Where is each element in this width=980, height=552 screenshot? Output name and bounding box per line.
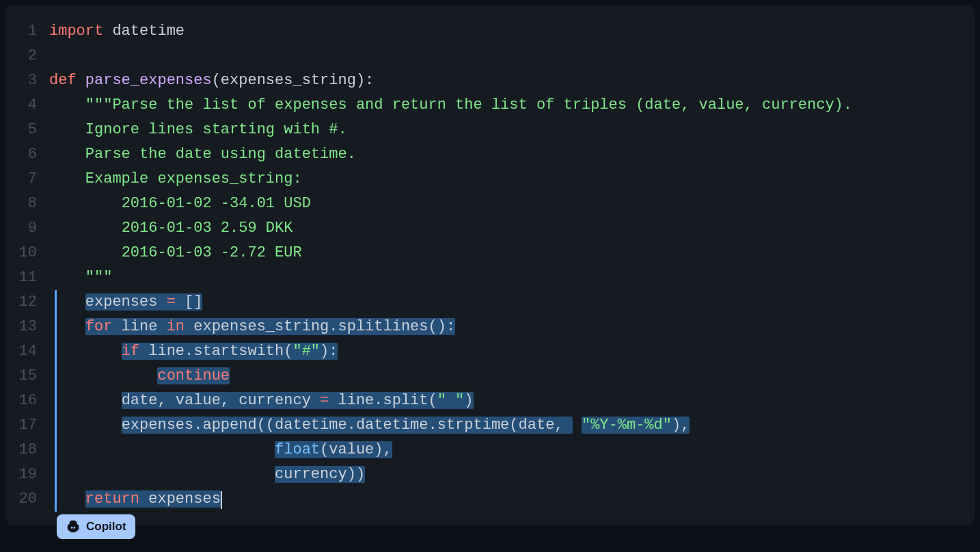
code-lines-container[interactable]: 1 import datetime 2 3 def parse_expenses… [5,19,975,512]
code-line[interactable]: 10 2016-01-03 -2.72 EUR [5,241,975,265]
line-number: 19 [5,462,49,487]
code-content[interactable]: 2016-01-02 -34.01 USD [49,192,975,216]
code-line[interactable]: 5 Ignore lines starting with #. [5,118,975,142]
text-cursor [221,491,222,509]
bottom-shadow [5,526,975,547]
highlight-bar [55,290,57,315]
code-content[interactable]: 2016-01-03 2.59 DKK [49,216,975,241]
code-content[interactable]: if line.startswith("#"): [49,339,975,364]
code-content[interactable]: import datetime [49,19,975,44]
highlight-bar [55,389,57,413]
highlight-bar [55,315,57,339]
highlight-bar [55,487,57,512]
line-number: 9 [5,216,49,241]
code-content[interactable]: float(value), [49,438,975,462]
code-line[interactable]: 13 for line in expenses_string.splitline… [5,315,975,339]
code-line[interactable]: 8 2016-01-02 -34.01 USD [5,192,975,216]
code-line[interactable]: 3 def parse_expenses(expenses_string): [5,68,975,93]
highlight-bar [55,339,57,364]
code-line[interactable]: 20 return expenses [5,487,975,512]
code-line[interactable]: 19 currency)) [5,462,975,487]
line-number: 6 [5,142,49,167]
code-content[interactable]: """Parse the list of expenses and return… [49,93,975,118]
highlight-bar [55,413,57,438]
line-number: 3 [5,68,49,93]
copilot-label: Copilot [86,520,126,534]
code-line[interactable]: 2 [5,44,975,68]
line-number: 13 [5,315,49,339]
code-line[interactable]: 4 """Parse the list of expenses and retu… [5,93,975,118]
code-content[interactable]: 2016-01-03 -2.72 EUR [49,241,975,265]
code-line[interactable]: 6 Parse the date using datetime. [5,142,975,167]
line-number: 12 [5,290,49,315]
code-line[interactable]: 15 continue [5,364,975,389]
code-content[interactable]: def parse_expenses(expenses_string): [49,68,975,93]
code-content[interactable]: Parse the date using datetime. [49,142,975,167]
line-number: 5 [5,118,49,142]
highlight-bar [55,438,57,462]
line-number: 1 [5,19,49,44]
code-content[interactable]: continue [49,364,975,389]
highlight-bar [55,364,57,389]
copilot-icon [66,519,81,534]
line-number: 4 [5,93,49,118]
code-line[interactable]: 14 if line.startswith("#"): [5,339,975,364]
code-content[interactable]: Ignore lines starting with #. [49,118,975,142]
code-content[interactable]: date, value, currency = line.split(" ") [49,389,975,413]
code-line[interactable]: 11 """ [5,265,975,290]
code-line[interactable]: 17 expenses.append((datetime.datetime.st… [5,413,975,438]
line-number: 15 [5,364,49,389]
code-content[interactable]: Example expenses_string: [49,167,975,192]
code-line[interactable]: 18 float(value), [5,438,975,462]
code-line[interactable]: 16 date, value, currency = line.split(" … [5,389,975,413]
line-number: 11 [5,265,49,290]
line-number: 10 [5,241,49,265]
code-line[interactable]: 12 expenses = [] [5,290,975,315]
highlight-bar [55,462,57,487]
code-content[interactable]: return expenses [49,487,975,512]
copilot-badge[interactable]: Copilot [57,514,135,539]
line-number: 8 [5,192,49,216]
line-number: 18 [5,438,49,462]
code-line[interactable]: 9 2016-01-03 2.59 DKK [5,216,975,241]
line-number: 17 [5,413,49,438]
line-number: 16 [5,389,49,413]
code-content[interactable]: """ [49,265,975,290]
code-content[interactable]: currency)) [49,462,975,487]
code-content[interactable]: expenses.append((datetime.datetime.strpt… [49,413,975,438]
code-line[interactable]: 7 Example expenses_string: [5,167,975,192]
code-content[interactable]: for line in expenses_string.splitlines()… [49,315,975,339]
line-number: 7 [5,167,49,192]
line-number: 2 [5,44,49,68]
code-line[interactable]: 1 import datetime [5,19,975,44]
line-number: 14 [5,339,49,364]
code-content[interactable]: expenses = [] [49,290,975,315]
code-editor[interactable]: 1 import datetime 2 3 def parse_expenses… [5,5,975,525]
line-number: 20 [5,487,49,512]
